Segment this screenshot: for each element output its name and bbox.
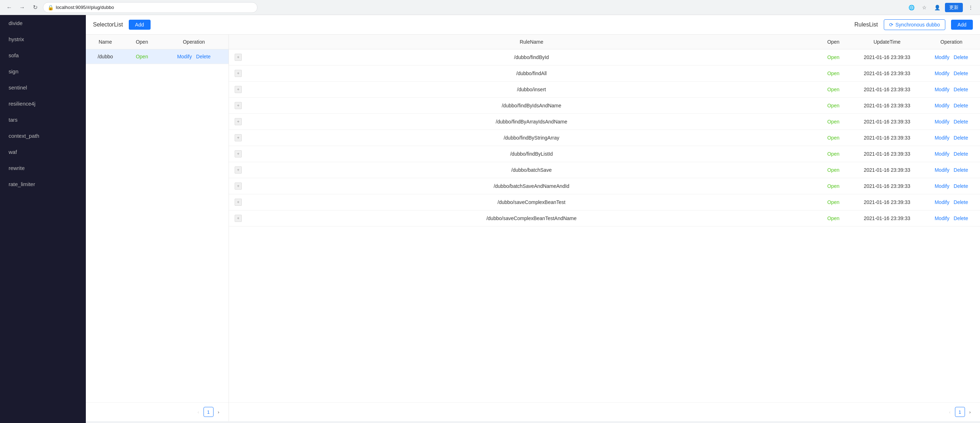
rule-delete-button[interactable]: Delete [952, 167, 969, 173]
rules-table-row: + /dubbo/findById Open 2021-01-16 23:39:… [229, 49, 980, 65]
rule-open-cell: Open [816, 130, 851, 146]
update-button[interactable]: 更新 [945, 3, 963, 12]
address-bar[interactable]: 🔒 localhost:9095/#/plug/dubbo [43, 2, 258, 13]
menu-button[interactable]: ⋮ [966, 3, 976, 13]
rule-expand-button[interactable]: + [235, 215, 242, 222]
rules-table-row: + /dubbo/saveComplexBeanTestAndName Open… [229, 211, 980, 227]
rule-modify-button[interactable]: Modify [933, 183, 951, 189]
rule-delete-button[interactable]: Delete [952, 54, 969, 60]
sidebar-item-sign[interactable]: sign [0, 63, 86, 80]
rule-delete-button[interactable]: Delete [952, 151, 969, 157]
rules-table-row: + /dubbo/insert Open 2021-01-16 23:39:33… [229, 81, 980, 98]
panels: Name Open Operation /dubbo Open Modify D… [86, 35, 980, 421]
top-bar: SelectorList Add RulesList ⟳ Synchronous… [86, 15, 980, 35]
sidebar-item-hystrix[interactable]: hystrix [0, 31, 86, 47]
rule-expand-cell: + [229, 178, 248, 194]
rules-page-1[interactable]: 1 [955, 407, 965, 417]
reload-button[interactable]: ↻ [30, 3, 40, 13]
rule-expand-cell: + [229, 130, 248, 146]
rule-delete-button[interactable]: Delete [952, 183, 969, 189]
star-button[interactable]: ☆ [919, 3, 929, 13]
selector-table-container: Name Open Operation /dubbo Open Modify D… [86, 35, 229, 402]
rule-name-cell: /dubbo/insert [248, 81, 816, 98]
selector-next-button[interactable]: › [216, 408, 221, 416]
rule-expand-cell: + [229, 49, 248, 65]
rule-open-cell: Open [816, 162, 851, 178]
back-button[interactable]: ← [4, 3, 14, 13]
translate-button[interactable]: 🌐 [906, 3, 916, 13]
rule-delete-button[interactable]: Delete [952, 119, 969, 125]
rule-modify-button[interactable]: Modify [933, 86, 951, 93]
selector-delete-button[interactable]: Delete [194, 54, 212, 59]
rule-delete-button[interactable]: Delete [952, 215, 969, 221]
rule-modify-button[interactable]: Modify [933, 70, 951, 76]
rule-expand-button[interactable]: + [235, 166, 242, 174]
rules-table-row: + /dubbo/findByIdsAndName Open 2021-01-1… [229, 98, 980, 114]
rule-modify-button[interactable]: Modify [933, 54, 951, 60]
rules-next-button[interactable]: › [967, 408, 973, 416]
rules-table-row: + /dubbo/saveComplexBeanTest Open 2021-0… [229, 194, 980, 211]
sidebar-item-tars[interactable]: tars [0, 112, 86, 128]
rule-expand-cell: + [229, 65, 248, 81]
selector-prev-button[interactable]: ‹ [195, 408, 201, 416]
selector-page-1[interactable]: 1 [204, 407, 213, 417]
rule-expand-button[interactable]: + [235, 118, 242, 125]
rule-time-cell: 2021-01-16 23:39:33 [851, 146, 923, 162]
rule-delete-button[interactable]: Delete [952, 200, 969, 205]
selector-col-open: Open [125, 35, 159, 49]
rule-expand-button[interactable]: + [235, 54, 242, 61]
rule-time-cell: 2021-01-16 23:39:33 [851, 162, 923, 178]
sidebar-item-rate-limiter[interactable]: rate_limiter [0, 176, 86, 192]
rule-open-cell: Open [816, 65, 851, 81]
sidebar-item-sofa[interactable]: sofa [0, 47, 86, 63]
rule-open-cell: Open [816, 178, 851, 194]
rule-expand-cell: + [229, 194, 248, 211]
browser-actions: 🌐 ☆ 👤 更新 ⋮ [906, 3, 976, 13]
rule-delete-button[interactable]: Delete [952, 103, 969, 109]
rules-prev-button[interactable]: ‹ [947, 408, 953, 416]
rule-expand-button[interactable]: + [235, 182, 242, 190]
selector-add-button[interactable]: Add [129, 20, 151, 30]
rule-time-cell: 2021-01-16 23:39:33 [851, 194, 923, 211]
selector-modify-button[interactable]: Modify [176, 54, 193, 59]
rule-expand-button[interactable]: + [235, 134, 242, 141]
rule-operation-cell: Modify Delete [923, 114, 980, 130]
rule-modify-button[interactable]: Modify [933, 119, 951, 125]
rule-modify-button[interactable]: Modify [933, 167, 951, 173]
rule-modify-button[interactable]: Modify [933, 215, 951, 221]
sidebar-item-context-path[interactable]: context_path [0, 128, 86, 144]
rule-open-cell: Open [816, 81, 851, 98]
rule-open-cell: Open [816, 98, 851, 114]
rule-add-button[interactable]: Add [951, 20, 973, 30]
sidebar-item-rewrite[interactable]: rewrite [0, 160, 86, 176]
sidebar-item-sentinel[interactable]: sentinel [0, 80, 86, 96]
browser-chrome: ← → ↻ 🔒 localhost:9095/#/plug/dubbo 🌐 ☆ … [0, 0, 980, 15]
rule-expand-button[interactable]: + [235, 150, 242, 158]
rule-expand-button[interactable]: + [235, 86, 242, 93]
rule-name-cell: /dubbo/saveComplexBeanTestAndName [248, 211, 816, 227]
forward-button[interactable]: → [17, 3, 27, 13]
rule-modify-button[interactable]: Modify [933, 200, 951, 205]
selector-table-row[interactable]: /dubbo Open Modify Delete [86, 49, 229, 64]
rule-time-cell: 2021-01-16 23:39:33 [851, 114, 923, 130]
rule-open-cell: Open [816, 211, 851, 227]
sidebar-item-waf[interactable]: waf [0, 144, 86, 160]
rule-delete-button[interactable]: Delete [952, 70, 969, 76]
rule-expand-button[interactable]: + [235, 70, 242, 77]
rule-modify-button[interactable]: Modify [933, 151, 951, 157]
rule-modify-button[interactable]: Modify [933, 103, 951, 109]
sidebar-item-resilience4j[interactable]: resilience4j [0, 96, 86, 112]
rule-delete-button[interactable]: Delete [952, 86, 969, 93]
rule-expand-cell: + [229, 98, 248, 114]
rule-expand-button[interactable]: + [235, 102, 242, 109]
rule-name-cell: /dubbo/findByListId [248, 146, 816, 162]
rule-time-cell: 2021-01-16 23:39:33 [851, 98, 923, 114]
rule-expand-button[interactable]: + [235, 199, 242, 206]
profile-button[interactable]: 👤 [932, 3, 942, 13]
rule-modify-button[interactable]: Modify [933, 135, 951, 140]
rules-col-open: Open [816, 35, 851, 49]
sync-button[interactable]: ⟳ Synchronous dubbo [884, 19, 946, 30]
rule-delete-button[interactable]: Delete [952, 135, 969, 140]
sidebar-item-divide[interactable]: divide [0, 15, 86, 31]
selector-name-cell: /dubbo [86, 49, 125, 64]
